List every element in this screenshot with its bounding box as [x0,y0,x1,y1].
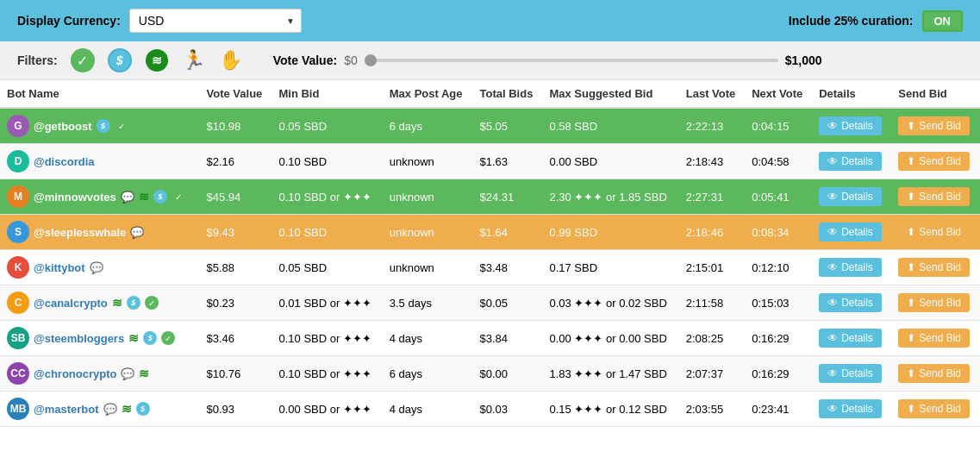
bot-name-cell: MB@masterbot💬≋$ [0,392,200,427]
bot-name-link[interactable]: @kittybot [34,261,85,274]
cell-max-post-age: 4 days [383,392,473,427]
cell-total-bids: $1.64 [473,215,543,250]
chat-badge-icon: 💬 [121,367,134,380]
table-row: CC@chronocrypto💬≋$10.760.10 SBD or ✦✦✦6 … [0,356,980,392]
send-bid-button[interactable]: ⬆ Send Bid [898,116,970,135]
send-bid-cell: ⬆ Send Bid [891,144,980,179]
cell-next-vote: 0:12:10 [745,250,812,285]
curation-section: Include 25% curation: ON [789,10,963,32]
details-button[interactable]: 👁 Details [819,293,882,312]
cell-max-post-age: 6 days [383,108,473,144]
curation-toggle[interactable]: ON [922,10,964,32]
details-button[interactable]: 👁 Details [819,152,882,171]
cell-last-vote: 2:15:01 [679,250,745,285]
table-row: G@getboost$✓$10.980.05 SBD6 days$5.050.5… [0,108,980,144]
svg-text:≋: ≋ [152,53,162,67]
cell-total-bids: $0.03 [473,392,543,427]
filter-hand-icon[interactable]: ✋ [219,48,243,72]
cell-last-vote: 2:03:55 [679,392,745,427]
cell-next-vote: 0:16:29 [745,321,812,356]
details-button[interactable]: 👁 Details [819,258,882,277]
cell-min-bid: 0.10 SBD or ✦✦✦ [272,179,382,215]
cell-max-suggested-bid: 0.03 ✦✦✦ or 0.02 SBD [542,285,678,321]
details-cell: 👁 Details [812,392,891,427]
cell-min-bid: 0.00 SBD or ✦✦✦ [272,392,382,427]
vote-value-label: Vote Value: [273,53,337,67]
details-button[interactable]: 👁 Details [819,399,882,418]
bot-name-link[interactable]: @sleeplesswhale [34,226,126,239]
cell-total-bids: $0.05 [473,285,543,321]
bot-avatar: D [7,150,29,172]
filter-run-icon[interactable]: 🏃 [182,48,206,72]
cell-min-bid: 0.10 SBD or ✦✦✦ [272,321,382,356]
col-last-vote: Last Vote [679,80,745,108]
send-bid-button[interactable]: ⬆ Send Bid [898,223,970,241]
currency-select-wrapper[interactable]: USD BTC STEEM SBD [129,9,302,33]
send-bid-button[interactable]: ⬆ Send Bid [898,329,970,348]
filter-sbd-icon[interactable]: $ [108,48,132,72]
bot-name-link[interactable]: @masterbot [34,403,99,416]
send-bid-button[interactable]: ⬆ Send Bid [898,258,970,277]
cell-max-suggested-bid: 1.83 ✦✦✦ or 1.47 SBD [542,356,678,392]
bot-name-link[interactable]: @chronocrypto [34,367,116,380]
bot-name-link[interactable]: @steembloggers [34,332,124,345]
bot-name-link[interactable]: @discordia [34,155,94,168]
cell-last-vote: 2:27:31 [679,179,745,215]
cell-max-suggested-bid: 0.00 SBD [542,144,678,179]
top-bar: Display Currency: USD BTC STEEM SBD Incl… [0,0,980,41]
details-cell: 👁 Details [812,108,891,144]
bot-name-link[interactable]: @getboost [34,120,92,133]
cell-next-vote: 0:23:41 [745,392,812,427]
send-bid-cell: ⬆ Send Bid [891,356,980,392]
check-badge-icon: ✓ [172,190,185,204]
cell-min-bid: 0.10 SBD [272,215,382,250]
vote-value-slider[interactable] [365,59,778,62]
cell-min-bid: 0.10 SBD [272,144,382,179]
table-container: Bot Name Vote Value Min Bid Max Post Age… [0,80,980,427]
cell-vote-value: $5.88 [200,250,272,285]
cell-max-post-age: 4 days [383,321,473,356]
currency-select[interactable]: USD BTC STEEM SBD [129,9,302,33]
send-bid-button[interactable]: ⬆ Send Bid [898,364,970,383]
details-button[interactable]: 👁 Details [819,329,882,348]
cell-max-post-age: unknown [383,179,473,215]
bot-name-cell: D@discordia [0,144,200,179]
filter-steem-icon[interactable]: ≋ [145,48,169,72]
send-bid-button[interactable]: ⬆ Send Bid [898,187,970,206]
send-bid-button[interactable]: ⬆ Send Bid [898,293,970,312]
table-row: M@minnowvotes💬≋$✓$45.940.10 SBD or ✦✦✦un… [0,179,980,215]
details-button[interactable]: 👁 Details [819,223,882,241]
bot-name-link[interactable]: @canalcrypto [34,297,108,310]
send-bid-button[interactable]: ⬆ Send Bid [898,152,970,171]
check-badge-icon: ✓ [145,296,159,310]
bot-avatar: CC [7,362,29,385]
details-cell: 👁 Details [812,285,891,321]
cell-max-suggested-bid: 0.00 ✦✦✦ or 0.00 SBD [542,321,678,356]
table-row: SB@steembloggers≋$✓$3.460.10 SBD or ✦✦✦4… [0,321,980,356]
send-bid-cell: ⬆ Send Bid [891,108,980,144]
cell-last-vote: 2:22:13 [679,108,745,144]
cell-max-post-age: 6 days [383,356,473,392]
cell-vote-value: $10.76 [200,356,272,392]
col-bot-name: Bot Name [0,80,200,108]
details-cell: 👁 Details [812,250,891,285]
cell-last-vote: 2:18:46 [679,215,745,250]
send-bid-cell: ⬆ Send Bid [891,179,980,215]
filter-check-icon[interactable]: ✓ [71,48,95,72]
cell-total-bids: $3.48 [473,250,543,285]
col-max-post-age: Max Post Age [383,80,473,108]
details-button[interactable]: 👁 Details [819,187,882,206]
table-row: K@kittybot💬$5.880.05 SBDunknown$3.480.17… [0,250,980,285]
details-cell: 👁 Details [812,144,891,179]
bot-name-link[interactable]: @minnowvotes [34,191,116,204]
details-button[interactable]: 👁 Details [819,116,882,135]
details-cell: 👁 Details [812,179,891,215]
chat-badge-icon: 💬 [130,226,144,239]
details-button[interactable]: 👁 Details [819,364,882,383]
cell-next-vote: 0:08:34 [745,215,812,250]
bot-name-cell: C@canalcrypto≋$✓ [0,285,200,321]
cell-last-vote: 2:07:37 [679,356,745,392]
send-bid-cell: ⬆ Send Bid [891,392,980,427]
send-bid-button[interactable]: ⬆ Send Bid [898,399,970,418]
col-max-suggested-bid: Max Suggested Bid [542,80,678,108]
